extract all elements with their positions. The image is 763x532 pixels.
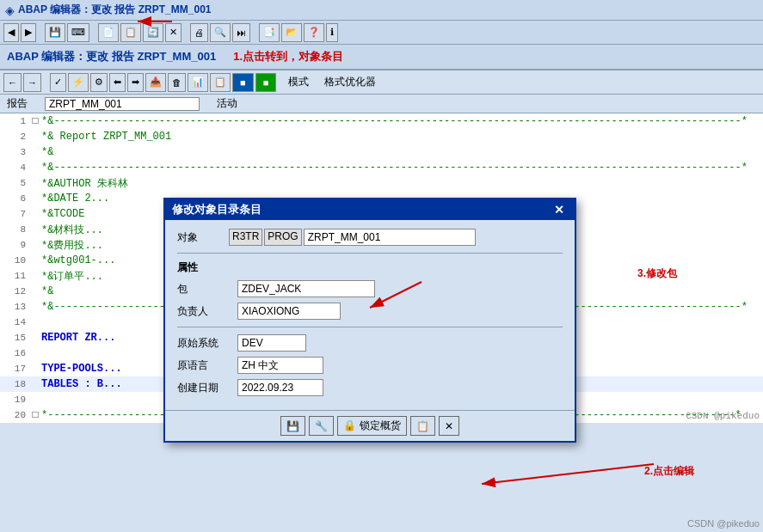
dialog-save-btn[interactable]: 💾 — [280, 416, 305, 436]
help-button[interactable]: ❓ — [304, 23, 324, 42]
code-line: 4 *&------------------------------------… — [0, 160, 763, 175]
save-button[interactable]: 💾 — [45, 23, 65, 42]
sap-icon: ◈ — [5, 3, 15, 17]
dialog-cancel-btn[interactable]: ✕ — [439, 416, 459, 436]
block-button[interactable]: 📊 — [188, 73, 208, 92]
dialog-title-bar: 修改对象目录条目 ✕ — [165, 199, 575, 220]
watermark: CSDN @pikeduo — [686, 411, 760, 421]
pkg-row: 包 — [177, 280, 563, 297]
indent-button[interactable]: ⬅ — [109, 73, 126, 92]
blue-btn[interactable]: ■ — [232, 73, 254, 92]
back-button[interactable]: ◀ — [3, 23, 19, 42]
attributes-label: 属性 — [177, 260, 563, 275]
back-nav-button[interactable]: ← — [3, 73, 22, 92]
pkg-input[interactable] — [237, 280, 375, 297]
info-button[interactable]: ℹ — [326, 23, 338, 42]
toolbar2: ← → ✓ ⚡ ⚙ ⬅ ➡ 📥 🗑 📊 📋 ■ ■ 模式 格式优化器 — [0, 70, 763, 95]
code-line: 1 □ *&----------------------------------… — [0, 113, 763, 129]
forward-nav-button[interactable]: → — [23, 73, 41, 92]
info-bar: 报告 活动 — [0, 95, 763, 113]
separator1 — [177, 253, 563, 254]
dialog-body: 对象 R3TR PROG 属性 包 负责人 原始系统 原语言 — [165, 220, 575, 410]
toolbar1: ◀ ▶ 💾 ⌨ 📄 📋 🔄 ✕ 🖨 🔍 ⏭ 📑 📂 ❓ ℹ — [0, 21, 763, 45]
object-label: 对象 — [177, 230, 229, 245]
report-label: 报告 — [7, 96, 28, 111]
mode-menu[interactable]: 模式 — [285, 74, 312, 90]
dialog-close-button[interactable]: ✕ — [551, 203, 568, 217]
check-button[interactable]: ✓ — [50, 73, 66, 92]
origin-label: 原始系统 — [177, 336, 237, 351]
dialog-copy-btn[interactable]: 📋 — [410, 416, 435, 436]
code-line: 5 *&AUTHOR 朱科林 — [0, 175, 763, 191]
activity-label: 活动 — [217, 96, 237, 111]
dialog-object-row: 对象 R3TR PROG — [177, 229, 563, 246]
dialog-modify-object: 修改对象目录条目 ✕ 对象 R3TR PROG 属性 包 负责人 原 — [163, 198, 576, 443]
block2-button[interactable]: 📋 — [210, 73, 231, 92]
object-prefix1: R3TR — [229, 229, 262, 246]
separator2 — [177, 327, 563, 327]
svg-line-4 — [482, 464, 654, 484]
delete-button[interactable]: 🗑 — [168, 73, 186, 92]
object-value-input[interactable] — [304, 229, 476, 246]
owner-input[interactable] — [237, 303, 341, 320]
cancel-button[interactable]: ✕ — [165, 23, 182, 42]
outdent-button[interactable]: ➡ — [127, 73, 144, 92]
lang-label: 原语言 — [177, 358, 237, 373]
open-button[interactable]: 📂 — [281, 23, 302, 42]
green-btn[interactable]: ■ — [255, 73, 277, 92]
pkg-label: 包 — [177, 282, 237, 297]
csdn-watermark: CSDN @pikeduo — [687, 518, 760, 529]
object-prefix2: PROG — [264, 229, 301, 246]
forward-button[interactable]: ▶ — [21, 23, 36, 42]
window-title: ABAP 编辑器：更改 报告 ZRPT_MM_001 — [18, 3, 211, 17]
paste-button[interactable]: 📋 — [120, 23, 141, 42]
print-button[interactable]: 🖨 — [190, 23, 208, 42]
find-button[interactable]: 🔍 — [210, 23, 231, 42]
date-input[interactable] — [237, 379, 323, 396]
origin-row: 原始系统 — [177, 334, 563, 352]
new-button[interactable]: 📑 — [259, 23, 280, 42]
code-line: 2 *& Report ZRPT_MM_001 — [0, 129, 763, 144]
code-line: 3 *& — [0, 144, 763, 160]
dialog-footer: 💾 🔧 🔒 锁定概货 📋 ✕ — [165, 410, 575, 441]
activate-button[interactable]: ⚡ — [68, 73, 89, 92]
format-menu[interactable]: 格式优化器 — [321, 74, 379, 90]
lang-row: 原语言 — [177, 357, 563, 374]
shortcut-button[interactable]: ⌨ — [67, 23, 89, 42]
dialog-edit-btn[interactable]: 🔧 — [309, 416, 334, 436]
owner-row: 负责人 — [177, 303, 563, 320]
header-bar: ABAP 编辑器：更改 报告 ZRPT_MM_001 1.点击转到，对象条目 — [0, 45, 763, 70]
title-bar: ◈ ABAP 编辑器：更改 报告 ZRPT_MM_001 — [0, 0, 763, 21]
owner-label: 负责人 — [177, 304, 237, 319]
find-next-button[interactable]: ⏭ — [232, 23, 250, 42]
compare-button[interactable]: ⚙ — [90, 73, 108, 92]
annotation1: 1.点击转到，对象条目 — [233, 49, 343, 64]
date-row: 创建日期 — [177, 379, 563, 396]
insert-button[interactable]: 📥 — [145, 73, 166, 92]
refresh-button[interactable]: 🔄 — [143, 23, 163, 42]
header-title: ABAP 编辑器：更改 报告 ZRPT_MM_001 — [7, 49, 216, 64]
date-label: 创建日期 — [177, 381, 237, 395]
origin-input[interactable] — [237, 334, 306, 352]
dialog-lock-btn[interactable]: 🔒 锁定概货 — [337, 416, 406, 436]
lang-input[interactable] — [237, 357, 323, 374]
copy-button[interactable]: 📄 — [98, 23, 119, 42]
dialog-title-text: 修改对象目录条目 — [172, 202, 262, 217]
annotation2: 2.点击编辑 — [644, 464, 694, 479]
report-input[interactable] — [45, 97, 200, 111]
